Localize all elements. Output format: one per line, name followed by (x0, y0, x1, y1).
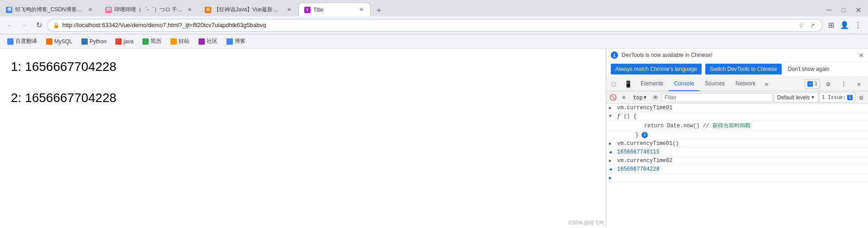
maximize-button[interactable]: □ (837, 4, 850, 16)
bookmark-community[interactable]: 社区 (195, 37, 221, 46)
console-top-selector[interactable]: top ▼ (630, 93, 650, 102)
tab-1-title: 邹飞鸣的博客_CSDN博客-java,算... (15, 6, 84, 14)
console-row-8[interactable]: ▶ (606, 174, 868, 182)
levels-label: Default levels (777, 94, 810, 101)
page-content: 1: 1656667704228 2: 1656667704228 CSDN @… (0, 49, 606, 228)
new-tab-button[interactable]: ＋ (373, 4, 385, 16)
console-row-5: ◀ 1656667746115 (606, 148, 868, 157)
bookmark-mysql-label: MySQL (54, 38, 72, 45)
bookmark-good-sites[interactable]: 好站 (167, 37, 193, 46)
console-filter-input[interactable] (661, 93, 773, 102)
bookmark-python[interactable]: Python (78, 37, 110, 46)
minimize-button[interactable]: ─ (823, 4, 835, 16)
bookmark-resume-label: 简历 (151, 37, 161, 45)
devtools-close-icon[interactable]: ✕ (853, 78, 865, 90)
row-content-4: vm.currencyTime01() (617, 140, 866, 147)
devtools-message-badge: ✉ 1 (805, 79, 820, 89)
tab-console-label: Console (674, 80, 694, 87)
message-badge-icon: ✉ (807, 81, 813, 87)
levels-arrow: ▼ (811, 95, 815, 100)
tab-1[interactable]: 博 邹飞鸣的博客_CSDN博客-java,算... ✕ (0, 3, 99, 16)
console-row-0[interactable]: ▶ vm.currencyTime01 (606, 104, 868, 112)
console-settings-icon[interactable]: ⚙ (856, 93, 866, 102)
tab-network[interactable]: Network (730, 77, 761, 91)
page-line-1: 1: 1656667704228 (11, 58, 595, 75)
browser-controls: ─ □ ✕ (823, 4, 868, 16)
tab-3-close[interactable]: ✕ (285, 6, 292, 14)
address-bar[interactable]: 🔒 ☆ ↗ (47, 19, 823, 32)
extensions-icon[interactable]: ⊞ (825, 19, 837, 32)
value-arrow-5: ◀ (609, 149, 612, 155)
notification-close-button[interactable]: ✕ (859, 51, 863, 59)
console-eye-icon[interactable]: 👁 (651, 93, 660, 102)
console-levels-dropdown[interactable]: Default levels ▼ (774, 93, 818, 102)
devtools-device-icon[interactable]: 📱 (622, 78, 634, 90)
devtools-more-icon[interactable]: ⋮ (837, 78, 850, 90)
bookmark-blog-label: 博客 (235, 37, 245, 45)
tab-elements[interactable]: Elements (635, 77, 669, 91)
bookmark-java[interactable]: java (112, 37, 137, 46)
tab-2-title: 哔哩哔哩（゜-゜）つロ 干杯--bili... (114, 6, 183, 14)
expand-arrow-0[interactable]: ▶ (609, 105, 612, 111)
prompt-arrow: ▶ (609, 175, 612, 181)
issue-count-icon: 1 (847, 95, 853, 100)
tab-3-title: 【狂神说Java】Vue最新快速上手... (214, 6, 283, 14)
console-clear-icon[interactable]: 🚫 (608, 93, 618, 102)
bookmark-translate-label: 百度翻译 (15, 37, 37, 45)
bookmark-mysql[interactable]: MySQL (42, 37, 76, 46)
notification-info-icon: i (611, 51, 618, 59)
always-match-button[interactable]: Always match Chrome's language (611, 64, 702, 74)
switch-chinese-button[interactable]: Switch DevTools to Chinese (705, 64, 782, 74)
page-line-2: 2: 1656667704228 (11, 89, 595, 107)
bookmark-star-icon[interactable]: ☆ (797, 21, 806, 30)
console-row-1[interactable]: ▼ ƒ () { (606, 112, 868, 121)
tab-4[interactable]: T Title ✕ (298, 3, 371, 16)
tab-console[interactable]: Console (669, 77, 699, 91)
reload-button[interactable]: ↻ (33, 19, 45, 32)
tab-2[interactable]: 哔 哔哩哔哩（゜-゜）つロ 干杯--bili... ✕ (99, 3, 199, 16)
console-row-4[interactable]: ▶ vm.currencyTime01() (606, 140, 868, 148)
row-content-7: 1656667704228 (617, 166, 866, 172)
console-issue-badge[interactable]: 1 Issue: 1 (819, 93, 855, 102)
profile-icon[interactable]: 👤 (838, 19, 851, 32)
expand-arrow-1[interactable]: ▼ (609, 114, 612, 119)
value-arrow-7: ◀ (609, 167, 612, 172)
devtools-more-tabs[interactable]: » (761, 77, 772, 91)
forward-button[interactable]: → (18, 19, 31, 32)
dont-show-again-button[interactable]: Don't show again (785, 64, 832, 74)
devtools-notification: i DevTools is now available in Chinese! … (606, 49, 868, 62)
bookmark-resume[interactable]: 简历 (139, 37, 165, 46)
tab-4-close[interactable]: ✕ (358, 6, 365, 14)
console-row-3: } i (606, 131, 868, 140)
devtools-inspect-icon[interactable]: ⬚ (607, 78, 620, 90)
issue-label: 1 Issue: (822, 94, 846, 100)
bookmarks-bar: 百度翻译 MySQL Python java 简历 好站 社区 博客 (0, 34, 868, 49)
bookmark-java-label: java (123, 38, 133, 45)
tab-1-favicon: 博 (6, 7, 12, 13)
console-output: ▶ vm.currencyTime01 ▼ ƒ () { return Date… (606, 104, 868, 228)
more-icon[interactable]: ⋮ (852, 19, 864, 32)
tab-2-close[interactable]: ✕ (186, 6, 193, 14)
devtools-settings-icon[interactable]: ⚙ (822, 78, 835, 90)
console-filter-icon[interactable]: ⊘ (619, 93, 629, 102)
back-button[interactable]: ← (4, 19, 16, 32)
tab-sources[interactable]: Sources (699, 77, 730, 91)
url-input[interactable] (62, 22, 794, 28)
close-button[interactable]: ✕ (852, 4, 864, 16)
tab-4-favicon: T (304, 7, 311, 13)
browser-window: 博 邹飞鸣的博客_CSDN博客-java,算... ✕ 哔 哔哩哔哩（゜-゜）つ… (0, 0, 868, 228)
main-area: 1: 1656667704228 2: 1656667704228 CSDN @… (0, 49, 868, 228)
tab-network-label: Network (736, 80, 755, 87)
tab-bar: 博 邹飞鸣的博客_CSDN博客-java,算... ✕ 哔 哔哩哔哩（゜-゜）つ… (0, 0, 868, 16)
expand-arrow-6[interactable]: ▶ (609, 158, 612, 163)
tab-sources-label: Sources (705, 80, 725, 87)
tab-3[interactable]: 狂 【狂神说Java】Vue最新快速上手... ✕ (199, 3, 298, 16)
share-icon[interactable]: ↗ (808, 21, 817, 30)
bookmark-translate[interactable]: 百度翻译 (4, 37, 41, 46)
console-row-2: return Date.now() // 获得当前时间戳 (606, 121, 868, 131)
console-row-6[interactable]: ▶ vm.currencyTime02 (606, 157, 868, 165)
bookmark-blog[interactable]: 博客 (223, 37, 249, 46)
expand-arrow-4[interactable]: ▶ (609, 141, 612, 146)
console-toolbar: 🚫 ⊘ top ▼ 👁 Default levels ▼ 1 Issue: 1 … (606, 91, 868, 104)
tab-1-close[interactable]: ✕ (86, 6, 94, 14)
